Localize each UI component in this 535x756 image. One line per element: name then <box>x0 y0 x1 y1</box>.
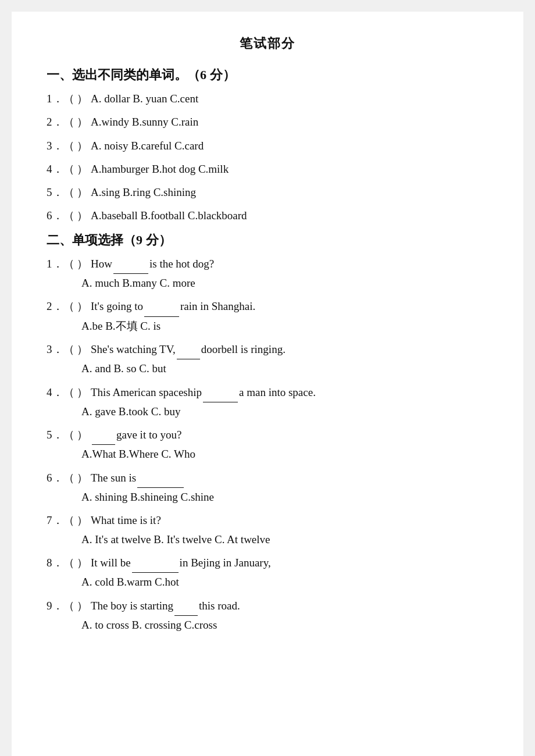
section2-title: 二、单项选择（9 分） <box>47 231 488 249</box>
section2-question-5: 5．（ ） gave it to you?A.What B.Where C. W… <box>47 426 488 464</box>
answer-blank <box>177 340 200 359</box>
question-text-post: gave it to you? <box>116 429 181 441</box>
section2-question-9: 9．（ ） The boy is starting this road.A. t… <box>47 597 488 635</box>
question-text-pre: It will be <box>91 557 131 569</box>
answer-blank <box>174 597 198 616</box>
question-text-pre: The boy is starting <box>91 600 173 612</box>
answer-blank <box>203 383 238 402</box>
answer-blank <box>113 255 148 274</box>
section1-title: 一、选出不同类的单词。（6 分） <box>47 66 488 84</box>
q-paren: （ ） <box>63 209 88 222</box>
options-row: A. It's at twelve B. It's twelve C. At t… <box>81 530 488 549</box>
answer-blank <box>137 469 184 488</box>
q-paren: （ ） <box>63 472 88 484</box>
options-row: A.be B.不填 C. is <box>81 317 488 336</box>
q-num: 5． <box>47 186 63 198</box>
question-text-pre: This American spaceship <box>91 386 202 398</box>
section1-question-5: 5．（ ） A.sing B.ring C.shining <box>47 183 488 202</box>
options-row: A. to cross B. crossing C.cross <box>81 616 488 634</box>
answer-blank <box>92 426 115 445</box>
page-title: 笔试部分 <box>47 35 488 52</box>
section2-question-4: 4．（ ） This American spaceship a man into… <box>47 383 488 422</box>
section1-question-4: 4．（ ） A.hamburger B.hot dog C.milk <box>47 160 488 179</box>
q-paren: （ ） <box>63 116 88 128</box>
question-text-post: a man into space. <box>239 386 316 398</box>
section1-question-1: 1．（ ） A. dollar B. yuan C.cent <box>47 90 488 108</box>
question-text-post: is the hot dog? <box>149 258 214 270</box>
question-text-post: this road. <box>199 600 240 612</box>
q-paren: （ ） <box>63 429 88 441</box>
q-paren: （ ） <box>63 92 88 105</box>
options-row: A.What B.Where C. Who <box>81 445 488 463</box>
q-num: 3． <box>47 140 63 152</box>
answer-blank <box>144 297 179 316</box>
question-text-pre: How <box>91 258 112 270</box>
q-num: 6． <box>47 209 63 222</box>
section2-question-2: 2．（ ） It's going to rain in Shanghai.A.b… <box>47 297 488 336</box>
q-num: 9． <box>47 600 63 612</box>
q-num: 2． <box>47 116 63 128</box>
q-paren: （ ） <box>63 140 88 152</box>
section2-question-1: 1．（ ） How is the hot dog?A. much B.many … <box>47 255 488 293</box>
q-paren: （ ） <box>63 186 88 198</box>
section2-question-6: 6．（ ） The sun is A. shining B.shineing C… <box>47 469 488 507</box>
question-text-post: doorbell is ringing. <box>201 343 286 355</box>
q-num: 3． <box>47 343 63 355</box>
q-num: 8． <box>47 557 63 569</box>
section1-questions: 1．（ ） A. dollar B. yuan C.cent2．（ ） A.wi… <box>47 90 488 226</box>
options-row: A. shining B.shineing C.shine <box>81 488 488 507</box>
section2-question-3: 3．（ ） She's watching TV, doorbell is rin… <box>47 340 488 379</box>
q-paren: （ ） <box>63 163 88 175</box>
q-num: 1． <box>47 258 63 270</box>
answer-blank <box>132 554 179 573</box>
question-text-pre: It's going to <box>91 300 143 312</box>
question-text-post: in Bejing in January, <box>180 557 271 569</box>
section2-question-7: 7．（ ） What time is it?A. It's at twelve … <box>47 511 488 549</box>
q-paren: （ ） <box>63 386 88 398</box>
q-paren: （ ） <box>63 300 88 312</box>
q-num: 6． <box>47 472 63 484</box>
q-num: 4． <box>47 163 63 175</box>
section1-question-3: 3．（ ） A. noisy B.careful C.card <box>47 137 488 155</box>
section2-question-8: 8．（ ） It will be in Bejing in January,A.… <box>47 554 488 592</box>
section2-questions: 1．（ ） How is the hot dog?A. much B.many … <box>47 255 488 634</box>
options-row: A. and B. so C. but <box>81 359 488 378</box>
question-text-pre: The sun is <box>91 472 136 484</box>
section1-question-6: 6．（ ） A.baseball B.football C.blackboard <box>47 206 488 225</box>
q-paren: （ ） <box>63 343 88 355</box>
q-num: 7． <box>47 514 63 526</box>
q-paren: （ ） <box>63 514 88 526</box>
options-row: A. much B.many C. more <box>81 274 488 293</box>
q-num: 4． <box>47 386 63 398</box>
q-paren: （ ） <box>63 258 88 270</box>
q-paren: （ ） <box>63 600 88 612</box>
question-text-pre: She's watching TV, <box>91 343 176 355</box>
q-num: 2． <box>47 300 63 312</box>
question-text-post: rain in Shanghai. <box>180 300 255 312</box>
options-row: A. gave B.took C. buy <box>81 402 488 421</box>
q-num: 5． <box>47 429 63 441</box>
q-paren: （ ） <box>63 557 88 569</box>
q-num: 1． <box>47 92 63 105</box>
exam-page: 笔试部分 一、选出不同类的单词。（6 分） 1．（ ） A. dollar B.… <box>12 12 523 756</box>
section1-question-2: 2．（ ） A.windy B.sunny C.rain <box>47 113 488 131</box>
options-row: A. cold B.warm C.hot <box>81 573 488 591</box>
question-text-pre: What time is it? <box>91 514 161 526</box>
